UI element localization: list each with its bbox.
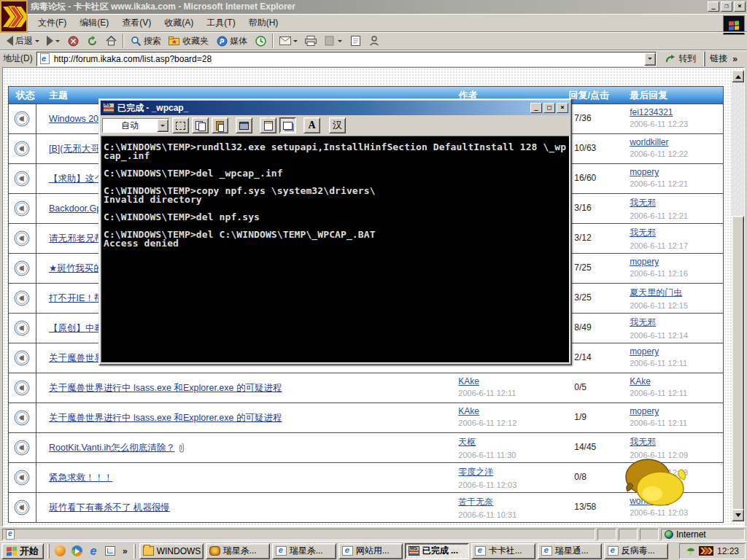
topic-link[interactable]: 关于魔兽世界进行中 lsass.exe 和Explorer.exe 的可疑进程 <box>49 382 282 394</box>
internet-explorer-icon[interactable]: e <box>87 545 100 558</box>
home-button[interactable] <box>101 33 120 49</box>
author-link[interactable]: 天枢 <box>458 436 565 448</box>
menu-item[interactable]: 工具(T) <box>201 15 241 31</box>
edit-dropdown-icon[interactable] <box>338 40 342 44</box>
menu-item[interactable]: 收藏(A) <box>158 15 199 31</box>
taskbar-task-button[interactable]: 网站用... <box>338 543 403 559</box>
cmd-titlebar[interactable]: 已完成 - _wpcap_ _ □ × <box>101 101 570 115</box>
history-button[interactable] <box>251 33 270 49</box>
last-reply-link[interactable]: 我无邪 <box>630 436 723 448</box>
taskbar-task-button[interactable]: 已完成 ... <box>405 543 469 559</box>
last-reply-link[interactable]: mopery <box>630 346 723 357</box>
taskbar-clock[interactable]: 12:23 <box>717 546 739 556</box>
author-link[interactable]: KAke <box>458 406 565 416</box>
mark-button[interactable] <box>172 117 189 133</box>
last-reply-link[interactable]: mopery <box>630 257 723 267</box>
taskbar-task-button[interactable]: 反病毒... <box>604 543 668 559</box>
ie-titlebar[interactable]: 病毒论坛 - 卡卡社区 www.ikaka.com - Microsoft In… <box>0 0 747 14</box>
topic-link[interactable]: ★斑竹我买的 <box>49 262 103 275</box>
copy-button[interactable] <box>192 117 209 133</box>
ie-minimize-button[interactable]: _ <box>708 1 719 12</box>
ime-button[interactable]: 汉 <box>329 117 346 133</box>
topic-link[interactable]: 关于魔兽世界 <box>49 352 104 365</box>
start-button[interactable]: 开始 <box>1 543 44 559</box>
ikaka-tray-icon[interactable] <box>699 546 713 556</box>
font-button[interactable]: A <box>303 117 320 133</box>
address-input[interactable]: e http://forum.ikaka.com/list.asp?board=… <box>36 52 657 66</box>
fullscreen-button[interactable] <box>236 117 252 133</box>
topic-link[interactable]: 打不开IE！帮 <box>49 292 103 305</box>
properties-button[interactable] <box>260 117 276 133</box>
show-desktop-icon[interactable] <box>104 545 117 558</box>
taskbar-task-button[interactable]: 卡卡社... <box>471 543 535 559</box>
topic-link[interactable]: Windows 200 <box>49 114 104 124</box>
media-button[interactable]: 媒体 <box>212 33 251 49</box>
last-reply-link[interactable]: KAke <box>630 376 723 386</box>
links-chevron-icon[interactable]: » <box>730 54 740 64</box>
ie-restore-button[interactable]: ❐ <box>721 1 732 12</box>
last-reply-link[interactable]: 我无邪 <box>630 227 723 239</box>
forward-button[interactable] <box>43 33 63 49</box>
topic-link[interactable]: Backdoor.Gp <box>49 203 101 214</box>
cmd-console[interactable]: C:\WINDOWS\TEMP>rundll32.exe setupapi,In… <box>101 136 570 363</box>
edit-button[interactable] <box>320 33 346 49</box>
forward-dropdown-icon[interactable] <box>55 40 60 44</box>
links-bar[interactable]: 链接 » <box>704 52 744 66</box>
scroll-down-button[interactable] <box>732 509 744 521</box>
vertical-scrollbar[interactable] <box>732 70 744 521</box>
back-button[interactable]: 后退 <box>3 33 43 49</box>
paste-button[interactable] <box>212 117 228 133</box>
topic-link[interactable]: RootKit.Vanti.ih怎么彻底清除？ <box>49 442 175 454</box>
taskbar-task-button[interactable]: 瑞星通... <box>538 543 602 559</box>
discuss-button[interactable] <box>346 33 365 49</box>
address-dropdown-button[interactable] <box>644 52 656 66</box>
go-button[interactable]: 转到 <box>660 51 700 66</box>
menu-item[interactable]: 文件(F) <box>32 15 72 31</box>
topic-link[interactable]: 紧急求救！！！ <box>49 472 113 484</box>
topic-link[interactable]: 【原创】中毒 <box>49 322 104 335</box>
messenger-button[interactable] <box>365 33 384 49</box>
menu-item[interactable]: 编辑(E) <box>74 15 115 31</box>
scroll-up-button[interactable] <box>732 70 744 82</box>
back-dropdown-icon[interactable] <box>35 40 39 44</box>
last-reply-link[interactable]: fei1234321 <box>630 107 723 117</box>
quicklaunch-swirl-icon[interactable] <box>53 545 66 558</box>
cmd-close-button[interactable]: × <box>557 103 568 113</box>
quicklaunch-chevron-icon[interactable]: » <box>120 546 130 556</box>
author-link[interactable]: KAke <box>458 376 565 386</box>
scrollbar-thumb[interactable] <box>732 216 744 510</box>
cmd-maximize-button[interactable]: □ <box>543 103 555 113</box>
taskbar-task-button[interactable]: 瑞星杀... <box>272 543 336 559</box>
last-reply-link[interactable]: worldkiller <box>630 137 723 147</box>
author-link[interactable]: 零度之洋 <box>458 466 565 478</box>
cmd-minimize-button[interactable]: _ <box>530 103 542 113</box>
mail-dropdown-icon[interactable] <box>293 40 298 44</box>
taskbar-task-button[interactable]: 瑞星杀... <box>206 543 270 559</box>
dropdown-arrow-button[interactable] <box>157 119 169 132</box>
media-player-icon[interactable] <box>70 545 83 558</box>
last-reply-link[interactable]: 夏天里的门虫 <box>630 287 723 299</box>
topic-link[interactable]: [B](无邪大哥 <box>49 143 99 155</box>
topic-link[interactable]: 请无邪老兄帮 <box>49 233 104 245</box>
menu-item[interactable]: 帮助(H) <box>243 15 285 31</box>
rising-antivirus-umbrella-icon[interactable]: ☂ <box>686 546 695 556</box>
font-size-dropdown[interactable]: 自动 <box>102 118 169 133</box>
last-reply-link[interactable]: mopery <box>630 167 723 177</box>
taskbar-task-button[interactable]: WINDOWS <box>139 543 204 559</box>
stop-button[interactable] <box>63 33 82 49</box>
last-reply-link[interactable]: 我无邪 <box>630 316 723 329</box>
search-button[interactable]: 搜索 <box>126 33 165 49</box>
background-button[interactable] <box>279 117 296 133</box>
author-link[interactable]: 苦于无奈 <box>458 496 565 508</box>
favorites-button[interactable]: 收藏夹 <box>165 33 212 49</box>
topic-link[interactable]: 关于魔兽世界进行中 lsass.exe 和Explorer.exe 的可疑进程 <box>49 412 282 424</box>
last-reply-link[interactable]: mopery <box>630 406 723 416</box>
refresh-button[interactable] <box>82 33 101 49</box>
print-button[interactable] <box>301 33 320 49</box>
ie-close-button[interactable]: × <box>734 1 746 12</box>
topic-link[interactable]: 【求助】这个 <box>49 173 104 185</box>
mail-button[interactable] <box>276 33 301 49</box>
topic-link[interactable]: 斑竹看下有毒杀不了 机器很慢 <box>49 502 170 514</box>
menu-item[interactable]: 查看(V) <box>116 15 157 31</box>
last-reply-link[interactable]: 我无邪 <box>630 197 723 209</box>
